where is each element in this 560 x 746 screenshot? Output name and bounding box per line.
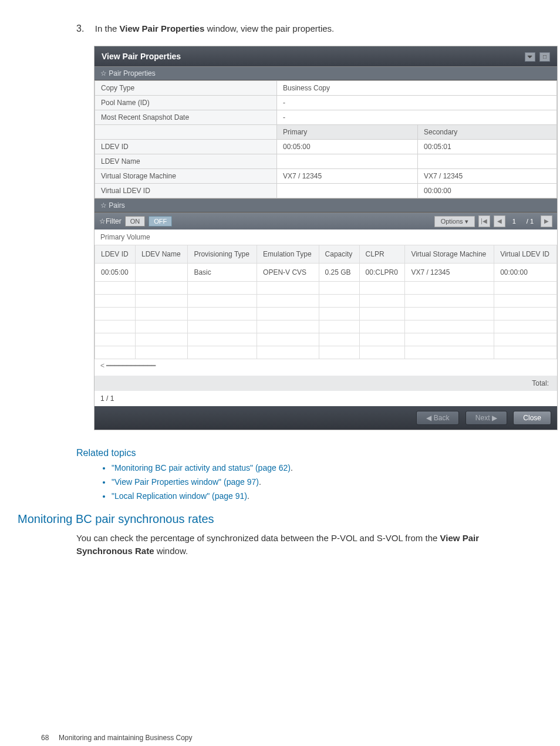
ldev-id-secondary: 00:05:01 [418,140,557,154]
maximize-icon[interactable]: □ [539,52,550,62]
vsm-secondary: VX7 / 12345 [418,169,557,184]
related-topics-heading: Related topics [76,448,531,458]
filter-label: ☆Filter [99,217,122,225]
body-paragraph: You can check the percentage of synchron… [76,532,531,558]
filter-off-button[interactable]: OFF [149,216,172,227]
col-ldev-id[interactable]: LDEV ID [95,245,136,264]
page-number: 68 [41,734,49,742]
pairs-grid: LDEV ID LDEV Name Provisioning Type Emul… [95,245,557,359]
section-heading: Monitoring BC pair synchronous rates [18,512,531,526]
primary-col-header: Primary [277,125,418,140]
close-button[interactable]: Close [513,411,551,425]
filter-icon[interactable]: ⏷ [525,52,535,62]
pairs-header: ☆ Pairs [95,198,557,212]
table-row [95,308,557,320]
snapshot-value: - [277,110,557,125]
step-text: In the View Pair Properties window, view… [95,23,334,33]
page-footer: 68 Monitoring and maintaining Business C… [18,734,531,742]
titlebar-icons: ⏷ □ [523,51,550,62]
related-link[interactable]: "Monitoring BC pair activity and status"… [112,463,291,472]
options-button[interactable]: Options ▾ [434,216,475,227]
next-button[interactable]: Next ▶ [465,411,507,425]
window-title: View Pair Properties [102,52,181,61]
related-link[interactable]: "View Pair Properties window" (page 97) [112,477,259,487]
filter-on-button[interactable]: ON [125,216,146,227]
col-capacity[interactable]: Capacity [319,245,359,264]
list-item: "Monitoring BC pair activity and status"… [112,463,531,472]
table-row [95,295,557,308]
properties-table: Copy Type Business Copy Pool Name (ID) -… [95,80,557,198]
copy-type-label: Copy Type [95,81,277,96]
step-number: 3. [76,23,84,34]
table-row [95,282,557,295]
vsm-primary: VX7 / 12345 [277,169,418,184]
grid-caption: Primary Volume [95,229,557,245]
grid-pager: 1 / 1 [95,391,557,406]
vldev-primary [277,184,418,198]
col-prov-type[interactable]: Provisioning Type [188,245,257,264]
back-button[interactable]: ◀ Back [416,411,459,425]
secondary-col-header: Secondary [418,125,557,140]
page-prev-button[interactable]: ◀ [494,215,505,227]
pair-properties-header: ☆ Pair Properties [95,66,557,80]
dialog-footer: ◀ Back Next ▶ Close [95,406,557,430]
related-topics-list: "Monitoring BC pair activity and status"… [100,463,531,501]
blank-key [95,125,277,140]
col-emul-type[interactable]: Emulation Type [257,245,319,264]
dialog-window: View Pair Properties ⏷ □ ☆ Pair Properti… [94,46,558,430]
snapshot-label: Most Recent Snapshot Date [95,110,277,125]
col-vldev[interactable]: Virtual LDEV ID [494,245,557,264]
related-link[interactable]: "Local Replication window" (page 91) [112,491,247,501]
page-current[interactable]: 1 [509,218,519,225]
col-clpr[interactable]: CLPR [359,245,405,264]
table-row [95,320,557,333]
total-row: Total: [95,376,557,391]
list-item: "Local Replication window" (page 91). [112,491,531,501]
horizontal-scrollbar[interactable]: < ━━━━━━━━━━━━ [95,359,557,376]
table-row[interactable]: 00:05:00 Basic OPEN-V CVS 0.25 GB 00:CLP… [95,264,557,282]
page-total: / 1 [523,218,537,225]
chapter-title: Monitoring and maintaining Business Copy [59,734,192,742]
ldev-name-secondary [418,154,557,169]
ldev-id-primary: 00:05:00 [277,140,418,154]
vsm-label: Virtual Storage Machine [95,169,277,184]
list-item: "View Pair Properties window" (page 97). [112,477,531,487]
table-row [95,346,557,359]
titlebar: View Pair Properties ⏷ □ [95,46,557,66]
ldev-name-label: LDEV Name [95,154,277,169]
copy-type-value: Business Copy [277,81,557,96]
ldev-id-label: LDEV ID [95,140,277,154]
vldev-label: Virtual LDEV ID [95,184,277,198]
page-next-button[interactable]: ▶ [541,215,552,227]
pool-label: Pool Name (ID) [95,96,277,110]
procedure-step: 3. In the View Pair Properties window, v… [76,23,531,34]
col-ldev-name[interactable]: LDEV Name [136,245,188,264]
vldev-secondary: 00:00:00 [418,184,557,198]
pool-value: - [277,96,557,110]
table-row [95,333,557,346]
col-vsm[interactable]: Virtual Storage Machine [405,245,494,264]
ldev-name-primary [277,154,418,169]
filter-toolbar: ☆Filter ON OFF Options ▾ |◀ ◀ 1 / 1 ▶ [95,212,557,229]
page-first-button[interactable]: |◀ [478,215,490,227]
